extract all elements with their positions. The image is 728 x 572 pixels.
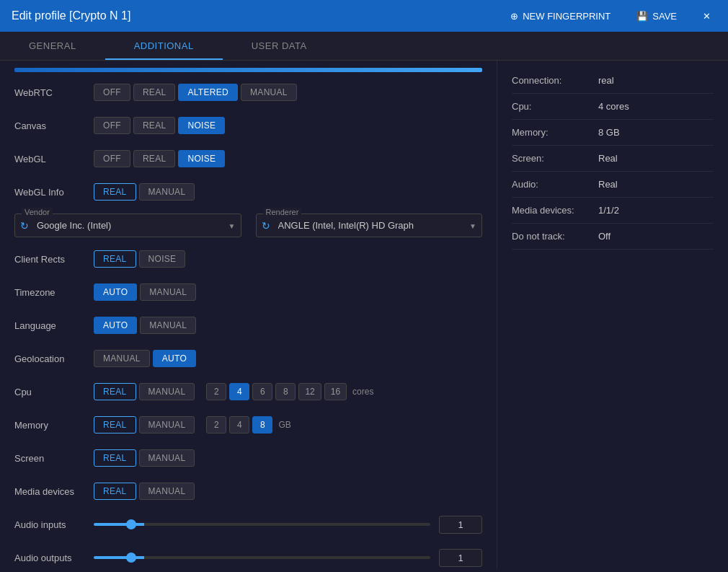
webgl-noise-btn[interactable]: NOISE — [178, 150, 225, 167]
memory-manual-btn[interactable]: MANUAL — [139, 416, 195, 434]
vendor-dropdown-group: Vendor ↻ Google Inc. (Intel) ▼ — [14, 214, 241, 237]
language-auto-btn[interactable]: AUTO — [94, 317, 137, 334]
cpu-12-btn[interactable]: 12 — [298, 383, 321, 400]
cpu-4-btn[interactable]: 4 — [229, 383, 249, 400]
geolocation-label: Geolocation — [14, 353, 94, 364]
geolocation-row: Geolocation MANUAL AUTO — [14, 347, 482, 370]
audio-inputs-slider[interactable] — [94, 523, 430, 526]
connection-info-value: real — [598, 75, 614, 86]
cpu-info-value: 4 cores — [598, 101, 629, 112]
vendor-select[interactable]: Google Inc. (Intel) — [14, 214, 241, 237]
screen-info-label: Screen: — [512, 153, 598, 164]
webrtc-real-btn[interactable]: REAL — [133, 84, 176, 101]
client-rects-real-btn[interactable]: REAL — [94, 250, 136, 268]
audio-outputs-value[interactable] — [439, 549, 482, 567]
webrtc-manual-btn[interactable]: MANUAL — [241, 84, 297, 101]
audio-outputs-slider-container — [94, 549, 482, 567]
timezone-row: Timezone AUTO MANUAL — [14, 281, 482, 304]
screen-info-row: Screen: Real — [512, 146, 714, 172]
left-panel: WebRTC OFF REAL ALTERED MANUAL Canvas OF… — [0, 61, 497, 569]
connection-info-label: Connection: — [512, 75, 598, 86]
webrtc-off-btn[interactable]: OFF — [94, 84, 130, 101]
canvas-real-btn[interactable]: REAL — [133, 117, 176, 134]
geolocation-options: MANUAL AUTO — [94, 350, 196, 367]
close-icon: ✕ — [703, 11, 711, 22]
cpu-info-row: Cpu: 4 cores — [512, 94, 714, 120]
media-devices-info-value: 1/1/2 — [598, 205, 619, 216]
vendor-dropdown-label: Vendor — [22, 208, 53, 216]
close-button[interactable]: ✕ — [697, 8, 716, 25]
memory-info-value: 8 GB — [598, 127, 620, 138]
audio-outputs-label: Audio outputs — [14, 553, 94, 563]
save-button[interactable]: 💾 SAVE — [631, 8, 683, 25]
canvas-off-btn[interactable]: OFF — [94, 117, 130, 134]
webgl-info-row: WebGL Info REAL MANUAL — [14, 180, 482, 203]
screen-manual-btn[interactable]: MANUAL — [139, 449, 195, 467]
geolocation-auto-btn[interactable]: AUTO — [153, 350, 196, 367]
cpu-cores-group: 2 4 6 8 12 16 cores — [206, 383, 373, 400]
webgl-off-btn[interactable]: OFF — [94, 150, 130, 167]
webrtc-options: OFF REAL ALTERED MANUAL — [94, 84, 297, 101]
media-devices-manual-btn[interactable]: MANUAL — [139, 483, 195, 500]
media-devices-options: REAL MANUAL — [94, 483, 195, 500]
memory-2-btn[interactable]: 2 — [206, 416, 226, 434]
audio-info-row: Audio: Real — [512, 172, 714, 198]
new-fingerprint-button[interactable]: ⊕ NEW FINGERPRINT — [505, 8, 616, 25]
canvas-noise-btn[interactable]: NOISE — [178, 117, 225, 134]
cpu-mode-options: REAL MANUAL — [94, 383, 195, 400]
cpu-8-btn[interactable]: 8 — [275, 383, 296, 400]
geolocation-manual-btn[interactable]: MANUAL — [94, 350, 150, 367]
window-title: Edit profile [Crypto N 1] — [12, 9, 130, 22]
webgl-real-btn[interactable]: REAL — [133, 150, 176, 167]
webrtc-label: WebRTC — [14, 87, 94, 98]
memory-8-btn[interactable]: 8 — [252, 416, 272, 434]
media-devices-info-label: Media devices: — [512, 205, 598, 216]
client-rects-label: Client Rects — [14, 254, 94, 265]
audio-outputs-row: Audio outputs — [14, 546, 482, 569]
audio-info-value: Real — [598, 179, 618, 190]
webgl-info-real-btn[interactable]: REAL — [94, 183, 136, 201]
vendor-renderer-row: Vendor ↻ Google Inc. (Intel) ▼ Renderer … — [14, 214, 482, 237]
language-manual-btn[interactable]: MANUAL — [140, 317, 196, 334]
cpu-16-btn[interactable]: 16 — [324, 383, 347, 400]
renderer-select[interactable]: ANGLE (Intel, Intel(R) HD Graph — [256, 214, 483, 237]
client-rects-noise-btn[interactable]: NOISE — [139, 250, 186, 268]
screen-label: Screen — [14, 453, 94, 464]
media-devices-row: Media devices REAL MANUAL — [14, 480, 482, 503]
tab-additional[interactable]: ADDITIONAL — [105, 32, 223, 60]
webrtc-altered-btn[interactable]: ALTERED — [178, 84, 238, 101]
timezone-manual-btn[interactable]: MANUAL — [140, 283, 196, 301]
memory-mode-options: REAL MANUAL — [94, 416, 195, 434]
memory-label: Memory — [14, 420, 94, 431]
memory-4-btn[interactable]: 4 — [229, 416, 249, 434]
screen-info-value: Real — [598, 153, 618, 164]
scroll-indicator — [14, 68, 482, 72]
memory-info-label: Memory: — [512, 127, 598, 138]
cpu-real-btn[interactable]: REAL — [94, 383, 136, 400]
cpu-2-btn[interactable]: 2 — [206, 383, 226, 400]
webgl-info-manual-btn[interactable]: MANUAL — [139, 183, 195, 201]
tab-general[interactable]: GENERAL — [0, 32, 105, 60]
audio-info-label: Audio: — [512, 179, 598, 190]
timezone-auto-btn[interactable]: AUTO — [94, 283, 137, 301]
renderer-dropdown-label: Renderer — [263, 208, 302, 216]
audio-inputs-value[interactable] — [439, 516, 482, 534]
right-panel: Connection: real Cpu: 4 cores Memory: 8 … — [497, 61, 728, 569]
memory-real-btn[interactable]: REAL — [94, 416, 136, 434]
screen-real-btn[interactable]: REAL — [94, 449, 136, 467]
language-row: Language AUTO MANUAL — [14, 314, 482, 337]
main-content: WebRTC OFF REAL ALTERED MANUAL Canvas OF… — [0, 61, 728, 569]
webgl-info-label: WebGL Info — [14, 187, 94, 198]
cpu-6-btn[interactable]: 6 — [252, 383, 272, 400]
tab-user-data[interactable]: USER DATA — [223, 32, 336, 60]
cpu-unit: cores — [352, 387, 373, 397]
canvas-row: Canvas OFF REAL NOISE — [14, 114, 482, 137]
audio-outputs-slider[interactable] — [94, 556, 430, 559]
media-devices-real-btn[interactable]: REAL — [94, 483, 136, 500]
connection-info-row: Connection: real — [512, 68, 714, 94]
cpu-manual-btn[interactable]: MANUAL — [139, 383, 195, 400]
audio-inputs-slider-container — [94, 516, 482, 534]
tabs-bar: GENERAL ADDITIONAL USER DATA — [0, 32, 728, 61]
canvas-label: Canvas — [14, 120, 94, 131]
cpu-row: Cpu REAL MANUAL 2 4 6 8 12 16 cores — [14, 380, 482, 403]
